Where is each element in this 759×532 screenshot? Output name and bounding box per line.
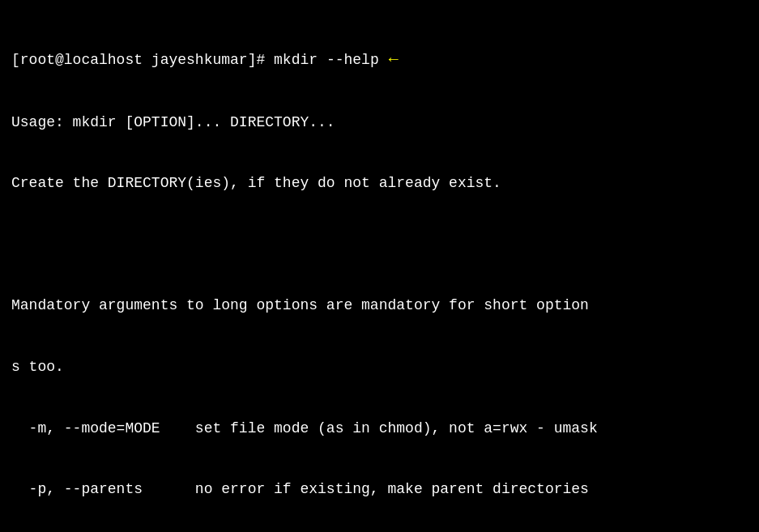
prompt: [root@localhost jayeshkumar]#: [11, 50, 265, 70]
output-line-7: -m, --mode=MODE set file mode (as in chm…: [11, 419, 748, 439]
output-line-6: s too.: [11, 357, 748, 377]
output-line-2: Usage: mkdir [OPTION]... DIRECTORY...: [11, 113, 748, 133]
output-line-5: Mandatory arguments to long options are …: [11, 296, 748, 316]
terminal: [root@localhost jayeshkumar]# mkdir --he…: [11, 8, 748, 532]
command-line: [root@localhost jayeshkumar]# mkdir --he…: [11, 49, 748, 71]
command-text: mkdir --help: [265, 50, 378, 70]
output-line-4: [11, 235, 748, 255]
output-line-8: -p, --parents no error if existing, make…: [11, 479, 748, 500]
output-line-3: Create the DIRECTORY(ies), if they do no…: [11, 173, 748, 194]
arrow-icon: ←: [389, 49, 399, 71]
